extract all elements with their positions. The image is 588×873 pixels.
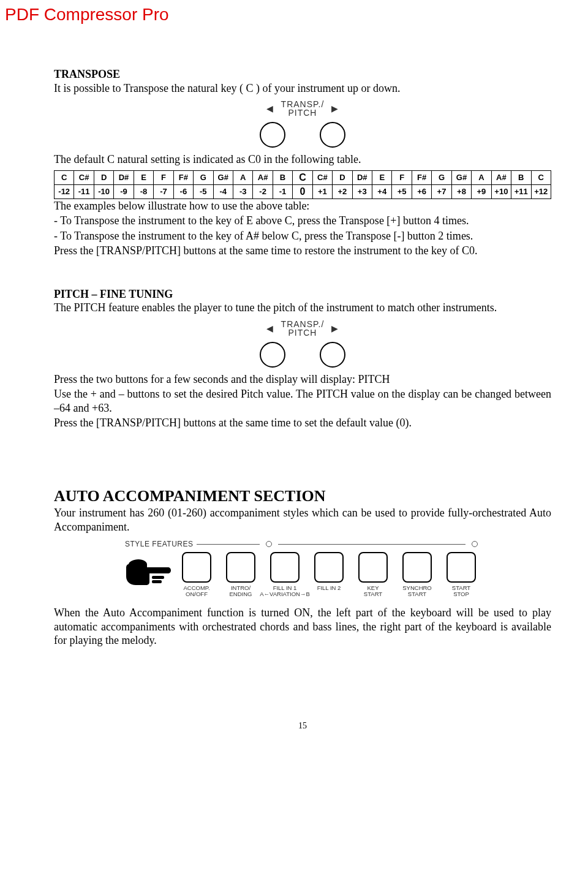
table-cell: +10 — [491, 184, 511, 198]
table-cell: -10 — [94, 184, 113, 198]
transpose-restore: Press the [TRANSP/PITCH] buttons at the … — [54, 244, 551, 258]
dot-icon — [472, 541, 478, 547]
minus-button-icon — [260, 122, 285, 148]
transpose-pitch-diagram: ◀ TRANSP./ PITCH ▶ — [260, 100, 345, 148]
transpose-example-2: - To Transpose the instrument to the key… — [54, 229, 551, 243]
table-cell: E — [372, 170, 392, 184]
pitch-line-3: Press the [TRANSP/PITCH] buttons at the … — [54, 416, 551, 430]
square-button-icon — [270, 552, 300, 583]
accomp-body: When the Auto Accompaniment function is … — [54, 606, 551, 648]
page-content: TRANSPOSE It is possible to Transpose th… — [0, 0, 588, 755]
table-cell: C — [531, 170, 551, 184]
square-button-icon — [358, 552, 388, 583]
table-cell: D — [333, 170, 352, 184]
table-cell: G — [432, 170, 451, 184]
plus-button-icon — [320, 342, 345, 368]
table-cell: +7 — [432, 184, 451, 198]
table-cell: -8 — [134, 184, 153, 198]
style-button: SYNCHROSTART — [398, 552, 436, 599]
transpose-examples-lead: The examples below illustrate how to use… — [54, 199, 551, 213]
table-cell: G# — [451, 170, 471, 184]
table-cell: -5 — [194, 184, 213, 198]
pitch-line-2: Use the + and – buttons to set the desir… — [54, 387, 551, 415]
transpose-example-1: - To Transpose the instrument to the key… — [54, 214, 551, 228]
transpose-intro: It is possible to Transpose the natural … — [54, 81, 551, 96]
table-cell: +4 — [372, 184, 392, 198]
table-cell: F — [154, 170, 173, 184]
style-features-diagram: STYLE FEATURES ACCOMP.ON/OFFINTRO/ENDING… — [125, 540, 480, 599]
transpose-default-line: The default C natural setting is indicat… — [54, 153, 551, 167]
diagram-label-2: PITCH — [288, 328, 317, 338]
table-cell: F# — [412, 170, 431, 184]
table-cell: G — [194, 170, 213, 184]
table-cell: -1 — [273, 184, 292, 198]
table-cell: B — [511, 170, 531, 184]
style-button-label: SYNCHROSTART — [402, 585, 432, 599]
table-cell: G# — [213, 170, 233, 184]
table-cell: -3 — [233, 184, 252, 198]
square-button-icon — [182, 552, 211, 583]
style-button-label: FILL IN 1A←VARIATION→B — [260, 585, 309, 599]
pointing-hand-icon — [125, 552, 172, 589]
arrow-left-icon: ◀ — [266, 104, 274, 113]
table-cell: C# — [312, 170, 332, 184]
table-cell: -4 — [213, 184, 233, 198]
table-cell: +9 — [472, 184, 491, 198]
style-features-title: STYLE FEATURES — [125, 540, 193, 548]
square-button-icon — [402, 552, 432, 583]
table-cell: -2 — [253, 184, 273, 198]
table-cell: F# — [173, 170, 193, 184]
table-cell: -11 — [74, 184, 94, 198]
table-cell: C — [55, 170, 74, 184]
table-cell: +2 — [333, 184, 352, 198]
dot-icon — [266, 541, 272, 547]
table-cell: -6 — [173, 184, 193, 198]
table-cell: +1 — [312, 184, 332, 198]
style-button: INTRO/ENDING — [222, 552, 260, 599]
plus-button-icon — [320, 122, 345, 148]
svg-rect-0 — [152, 576, 164, 579]
square-button-icon — [226, 552, 255, 583]
table-cell: 0 — [293, 184, 312, 198]
table-cell: +8 — [451, 184, 471, 198]
table-cell: -12 — [55, 184, 74, 198]
table-cell: A# — [491, 170, 511, 184]
square-button-icon — [447, 552, 476, 583]
table-cell: +11 — [511, 184, 531, 198]
pdf-watermark: PDF Compressor Pro — [5, 5, 169, 25]
pitch-diagram: ◀ TRANSP./ PITCH ▶ — [260, 320, 345, 368]
pitch-intro: The PITCH feature enables the player to … — [54, 301, 551, 315]
diagram-label-2: PITCH — [288, 108, 317, 118]
style-button: FILL IN 2 — [310, 552, 348, 599]
table-cell: -7 — [154, 184, 173, 198]
accomp-intro: Your instrument has 260 (01-260) accompa… — [54, 506, 551, 534]
arrow-right-icon: ▶ — [331, 104, 339, 113]
table-cell: E — [134, 170, 153, 184]
pitch-line-1: Press the two buttons for a few seconds … — [54, 372, 551, 387]
style-button-label: INTRO/ENDING — [230, 585, 252, 599]
table-cell: A — [472, 170, 491, 184]
table-cell: +5 — [392, 184, 412, 198]
style-button-label: KEYSTART — [364, 585, 382, 599]
table-cell: +12 — [531, 184, 551, 198]
table-cell: D# — [114, 170, 134, 184]
square-button-icon — [314, 552, 344, 583]
table-cell: C# — [74, 170, 94, 184]
minus-button-icon — [260, 342, 285, 368]
style-button-label: STARTSTOP — [452, 585, 470, 599]
style-button: FILL IN 1A←VARIATION→B — [266, 552, 304, 599]
arrow-left-icon: ◀ — [266, 323, 274, 333]
accomp-heading: AUTO ACCOMPANIMENT SECTION — [54, 486, 551, 507]
transpose-heading: TRANSPOSE — [54, 67, 551, 81]
style-button: ACCOMP.ON/OFF — [178, 552, 216, 599]
table-cell: D# — [352, 170, 372, 184]
table-cell: C — [293, 170, 312, 184]
table-cell: +3 — [352, 184, 372, 198]
arrow-right-icon: ▶ — [331, 323, 339, 333]
table-cell: A — [233, 170, 252, 184]
table-cell: A# — [253, 170, 273, 184]
table-cell: +6 — [412, 184, 431, 198]
table-cell: D — [94, 170, 113, 184]
style-button-label: ACCOMP.ON/OFF — [183, 585, 209, 599]
table-cell: F — [392, 170, 412, 184]
